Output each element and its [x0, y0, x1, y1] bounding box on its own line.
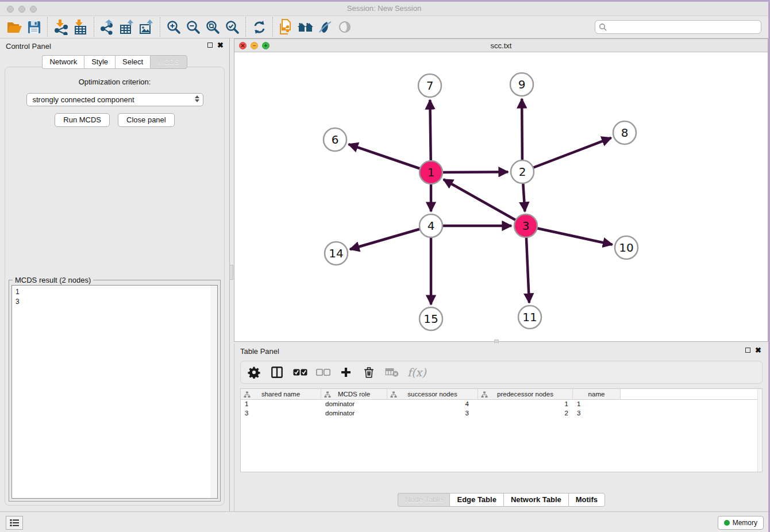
graph-node-label: 7: [426, 79, 434, 92]
save-session-icon[interactable]: [24, 18, 44, 36]
zoom-fit-icon[interactable]: [203, 18, 222, 36]
tab-network[interactable]: Network: [42, 55, 84, 69]
search-input[interactable]: [609, 23, 757, 31]
close-panel-icon[interactable]: ✖: [217, 42, 224, 48]
toolbar-separator: [245, 17, 246, 37]
table-toolbar: f(x): [240, 361, 763, 384]
column-header-predecessor-nodes[interactable]: predecessor nodes: [478, 389, 573, 399]
style-details-icon[interactable]: [315, 18, 335, 36]
graph-edge-3-1[interactable]: [444, 179, 526, 226]
memory-status-icon: [724, 520, 730, 526]
graph-node-label: 4: [428, 219, 435, 233]
table-tabs: Node Table Edge Table Network Table Moti…: [234, 493, 768, 507]
toolbar-separator: [160, 17, 160, 37]
graph-node-label: 14: [329, 246, 343, 260]
memory-button[interactable]: Memory: [718, 516, 764, 530]
table-cell[interactable]: dominator: [321, 409, 387, 418]
table-panel: Table Panel ✖: [234, 344, 768, 511]
graph-edge-2-8[interactable]: [522, 138, 611, 172]
memory-label: Memory: [733, 519, 757, 527]
optimization-criterion-label: Optimization criterion:: [5, 78, 224, 86]
tab-network-table[interactable]: Network Table: [503, 493, 568, 507]
table-panel-title: Table Panel: [240, 347, 279, 356]
table-scrollbar[interactable]: [757, 389, 762, 472]
delete-table-icon[interactable]: [384, 365, 399, 380]
list-icon: [10, 519, 19, 527]
open-file-icon[interactable]: [5, 18, 24, 36]
table-cell[interactable]: 3: [387, 409, 478, 418]
tab-node-table[interactable]: Node Table: [398, 493, 450, 507]
unselect-all-icon[interactable]: [315, 365, 330, 380]
tab-motifs[interactable]: Motifs: [568, 493, 605, 507]
close-table-panel-icon[interactable]: ✖: [755, 347, 761, 353]
graph-edge-4-14[interactable]: [350, 226, 431, 249]
result-scrollbar[interactable]: [210, 286, 217, 498]
tab-style[interactable]: Style: [84, 55, 115, 69]
table-row[interactable]: 1dominator411: [241, 400, 762, 409]
table-cell[interactable]: 1: [241, 400, 321, 409]
duplicate-network-icon[interactable]: [276, 18, 296, 36]
tab-mcds[interactable]: MCDS: [150, 55, 187, 69]
column-header-MCDS-role[interactable]: MCDS role: [321, 389, 387, 399]
control-panel-tabs: Network Style Select MCDS: [0, 55, 229, 69]
show-hide-icon[interactable]: [335, 18, 355, 36]
export-network-icon[interactable]: [98, 18, 117, 36]
table-header-row: shared nameMCDS rolesuccessor nodesprede…: [241, 389, 762, 400]
function-builder-icon[interactable]: f(x): [407, 365, 426, 380]
delete-column-icon[interactable]: [361, 365, 376, 380]
columns-icon[interactable]: [270, 365, 284, 380]
export-image-icon[interactable]: [137, 18, 156, 36]
main-toolbar: [0, 16, 768, 38]
table-cell[interactable]: 4: [387, 400, 478, 409]
network-graph[interactable]: 7968124314101511: [234, 52, 768, 341]
table-row[interactable]: 3dominator323: [241, 409, 762, 418]
table-cell[interactable]: 3: [573, 409, 621, 418]
graph-edge-1-6[interactable]: [349, 144, 431, 172]
network-canvas[interactable]: 7968124314101511: [234, 52, 768, 341]
vertical-splitter-handle[interactable]: [229, 265, 233, 280]
column-header-shared-name[interactable]: shared name: [241, 389, 321, 399]
network-window-title: scc.txt: [234, 41, 768, 50]
tab-edge-table[interactable]: Edge Table: [449, 493, 503, 507]
column-header-name[interactable]: name: [573, 389, 621, 399]
graph-node-label: 9: [518, 78, 526, 91]
network-window-titlebar[interactable]: ✕ – + scc.txt: [234, 39, 768, 52]
node-table[interactable]: shared nameMCDS rolesuccessor nodesprede…: [240, 388, 763, 472]
window-title: Session: New Session: [0, 4, 768, 13]
optimization-criterion-select[interactable]: strongly connected component: [26, 93, 203, 106]
table-cell[interactable]: 3: [241, 409, 321, 418]
zoom-in-icon[interactable]: [164, 18, 183, 36]
app-window: Session: New Session: [0, 2, 768, 532]
search-box[interactable]: [595, 20, 761, 34]
zoom-selected-icon[interactable]: [222, 18, 242, 36]
table-cell[interactable]: dominator: [321, 400, 387, 409]
float-table-panel-icon[interactable]: [745, 348, 750, 353]
import-network-icon[interactable]: [51, 18, 71, 36]
mcds-result-text[interactable]: 1 3: [11, 285, 218, 499]
table-cell[interactable]: 1: [478, 400, 573, 409]
zoom-out-icon[interactable]: [183, 18, 203, 36]
home-icon[interactable]: [296, 18, 315, 36]
control-panel: Control Panel ✖ Network Style Select MCD…: [0, 38, 230, 511]
refresh-icon[interactable]: [249, 18, 269, 36]
export-table-icon[interactable]: [117, 18, 137, 36]
graph-node-label: 1: [428, 165, 435, 179]
mcds-result-title: MCDS result (2 nodes): [13, 276, 93, 284]
graph-node-label: 8: [621, 126, 629, 140]
float-panel-icon[interactable]: [207, 43, 213, 48]
mcds-result-box: MCDS result (2 nodes) 1 3: [9, 280, 221, 502]
table-cell[interactable]: 1: [573, 400, 621, 409]
add-column-icon[interactable]: [338, 365, 353, 380]
column-header-successor-nodes[interactable]: successor nodes: [387, 389, 478, 399]
close-panel-button[interactable]: Close panel: [118, 113, 175, 127]
toolbar-separator: [47, 17, 48, 37]
gear-icon[interactable]: [247, 365, 261, 380]
table-cell[interactable]: 2: [478, 409, 573, 418]
select-all-icon[interactable]: [292, 365, 307, 380]
tab-select[interactable]: Select: [115, 55, 150, 69]
horizontal-splitter-handle[interactable]: [494, 340, 499, 343]
graph-edge-3-10[interactable]: [526, 226, 613, 245]
import-table-icon[interactable]: [71, 18, 90, 36]
run-mcds-button[interactable]: Run MCDS: [55, 113, 110, 127]
task-history-button[interactable]: [6, 516, 23, 530]
